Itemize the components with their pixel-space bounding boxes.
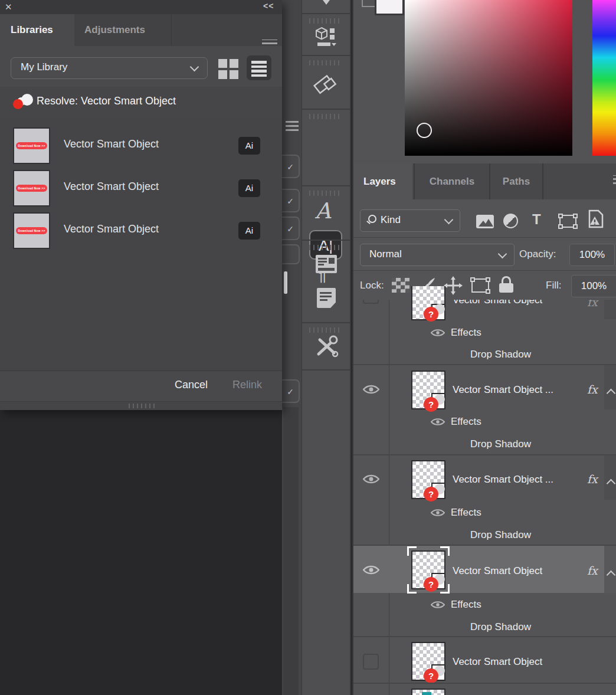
- strip-section-artboard[interactable]: [302, 56, 350, 110]
- list-view-button[interactable]: [247, 55, 271, 80]
- drag-handle[interactable]: [309, 327, 342, 333]
- visibility-toggle[interactable]: [363, 384, 379, 395]
- library-select[interactable]: My Library: [11, 57, 208, 79]
- layer-thumbnail[interactable]: ?: [411, 286, 445, 320]
- grid-view-button[interactable]: [217, 58, 241, 79]
- layer-thumbnail[interactable]: [411, 689, 445, 695]
- effects-visibility-eye[interactable]: [431, 328, 445, 337]
- visibility-toggle[interactable]: [363, 565, 379, 575]
- resolve-footer: Cancel Relink: [0, 371, 282, 401]
- drag-handle[interactable]: [309, 60, 342, 65]
- hamburger-menu-icon[interactable]: [286, 121, 299, 131]
- layer-thumbnail[interactable]: ?: [411, 460, 445, 499]
- fx-collapse-column[interactable]: [604, 365, 616, 409]
- tab-adjustments[interactable]: Adjustments: [75, 14, 172, 46]
- effects-label[interactable]: Effects: [451, 507, 481, 519]
- hue-slider[interactable]: [592, 0, 616, 156]
- kind-filter-select[interactable]: Kind: [360, 209, 460, 232]
- smart-object-filter-icon[interactable]: [586, 209, 605, 228]
- fx-collapse-column[interactable]: [604, 300, 616, 319]
- tab-channels[interactable]: Channels: [414, 163, 490, 199]
- color-saturation-field[interactable]: [405, 0, 572, 156]
- list-item[interactable]: Download Now >> Vector Smart Object Ai: [0, 127, 282, 164]
- list-item[interactable]: Download Now >> Vector Smart Object Ai: [0, 212, 282, 249]
- item-name: Vector Smart Object: [64, 223, 159, 235]
- drag-handle[interactable]: [309, 245, 342, 250]
- layer-name[interactable]: Vector Smart Object ...: [453, 384, 553, 396]
- layer-filter-row: Kind T: [353, 199, 616, 237]
- lock-position-icon[interactable]: [444, 276, 463, 295]
- fx-collapse-column[interactable]: [604, 455, 616, 500]
- effects-visibility-eye[interactable]: [431, 508, 445, 517]
- shape-layer-filter-icon[interactable]: [559, 215, 576, 228]
- tab-paths[interactable]: Paths: [490, 163, 543, 199]
- layer-name[interactable]: Vector Smart Object ...: [453, 474, 553, 486]
- relink-button[interactable]: Relink: [232, 379, 262, 391]
- strip-section-tools: [302, 323, 350, 371]
- panel-menu-icon[interactable]: [613, 175, 616, 184]
- drop-shadow-label[interactable]: Drop Shadow: [470, 621, 531, 633]
- fx-badge: fx: [587, 473, 598, 486]
- glyphs-panel-icon[interactable]: A: [315, 198, 331, 224]
- drop-shadow-label[interactable]: Drop Shadow: [470, 349, 531, 360]
- download-now-pill: Download Now >>: [16, 185, 47, 192]
- library-item-list: Download Now >> Vector Smart Object Ai D…: [0, 118, 282, 371]
- fx-collapse-column[interactable]: [604, 546, 616, 593]
- notes-panel-icon[interactable]: [317, 288, 336, 308]
- item-thumbnail[interactable]: Download Now >>: [13, 212, 50, 249]
- foreground-color-swatch[interactable]: [375, 0, 404, 15]
- cancel-button[interactable]: Cancel: [175, 379, 208, 391]
- color-field-cursor[interactable]: [417, 123, 432, 138]
- paragraph-styles-panel-icon[interactable]: [316, 255, 337, 273]
- visibility-toggle[interactable]: [363, 300, 379, 304]
- drop-shadow-label[interactable]: Drop Shadow: [470, 529, 531, 541]
- effects-label[interactable]: Effects: [451, 599, 481, 611]
- strip-section-3d[interactable]: [302, 14, 350, 56]
- lock-transparency-icon[interactable]: [392, 278, 409, 293]
- search-icon: [368, 215, 376, 223]
- lock-artboard-icon[interactable]: [471, 278, 489, 293]
- drag-handle[interactable]: [309, 114, 342, 119]
- collapse-icon[interactable]: <<: [263, 1, 274, 11]
- item-thumbnail[interactable]: Download Now >>: [13, 127, 50, 164]
- lock-all-icon[interactable]: [499, 276, 513, 294]
- tab-layers[interactable]: Layers: [353, 163, 412, 199]
- type-layer-filter-icon[interactable]: T: [532, 211, 541, 228]
- close-icon[interactable]: ✕: [5, 2, 12, 12]
- layer-name[interactable]: Vector Smart Object: [453, 565, 542, 577]
- layer-name[interactable]: Vector Smart Object: [453, 300, 582, 306]
- visibility-toggle[interactable]: [363, 474, 379, 484]
- opacity-value-field[interactable]: 100%: [569, 244, 615, 266]
- drop-shadow-label[interactable]: Drop Shadow: [470, 438, 531, 450]
- strip-section-cursor[interactable]: [302, 0, 350, 14]
- effects-visibility-eye[interactable]: [431, 600, 445, 609]
- visibility-toggle-off[interactable]: [363, 654, 379, 670]
- photoshop-workspace: ✓ ✓ ✓ ✓: [0, 0, 616, 695]
- list-item[interactable]: Download Now >> Vector Smart Object Ai: [0, 170, 282, 206]
- effects-label[interactable]: Effects: [451, 327, 481, 339]
- fill-value-field[interactable]: 100%: [571, 275, 616, 297]
- kind-filter-value: Kind: [381, 214, 401, 226]
- panel-title-bar: ✕ <<: [0, 0, 282, 14]
- adjustment-layer-filter-icon[interactable]: [503, 214, 518, 228]
- drag-handle[interactable]: [309, 18, 342, 24]
- item-thumbnail[interactable]: Download Now >>: [13, 170, 50, 206]
- effects-label[interactable]: Effects: [451, 416, 481, 428]
- blend-mode-select[interactable]: Normal: [360, 244, 515, 266]
- ai-file-badge: Ai: [238, 222, 260, 240]
- layer-thumbnail-selected[interactable]: ?: [411, 550, 445, 589]
- item-name: Vector Smart Object: [64, 138, 159, 150]
- 3d-panel-icon: [315, 26, 338, 50]
- panel-resize-handle[interactable]: [0, 401, 282, 410]
- blend-mode-value: Normal: [369, 248, 402, 260]
- pixel-layer-filter-icon[interactable]: [476, 215, 494, 228]
- layer-thumbnail[interactable]: ?: [411, 371, 445, 409]
- drag-handle[interactable]: [309, 191, 342, 196]
- layer-name[interactable]: Vector Smart Object: [453, 656, 542, 668]
- tab-libraries[interactable]: Libraries: [0, 14, 74, 46]
- missing-smart-object-badge: ?: [422, 484, 446, 503]
- scrollbar-track[interactable]: [283, 407, 299, 695]
- fx-badge: fx: [587, 383, 598, 396]
- layer-thumbnail[interactable]: ?: [411, 642, 445, 681]
- effects-visibility-eye[interactable]: [431, 417, 445, 427]
